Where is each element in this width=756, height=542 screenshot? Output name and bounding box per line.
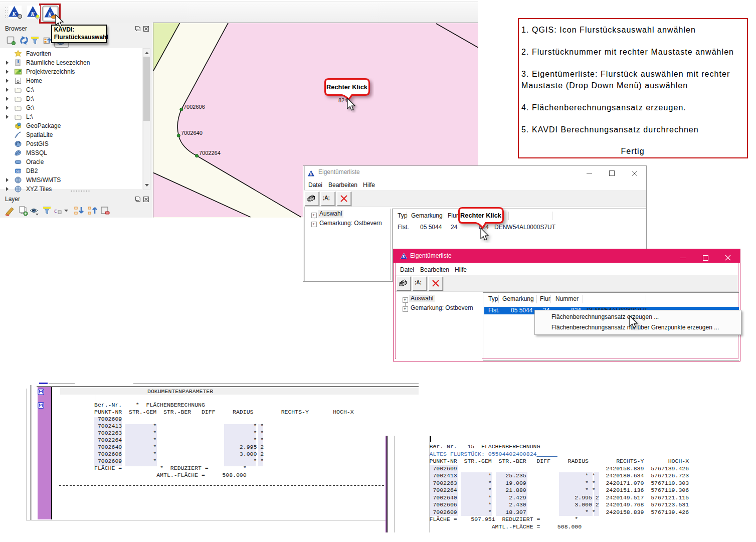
svg-text:K: K bbox=[12, 11, 17, 17]
svg-text:7002640: 7002640 bbox=[181, 130, 203, 136]
svg-text:ε: ε bbox=[54, 207, 57, 214]
svg-text:K: K bbox=[30, 11, 35, 17]
svg-text:K: K bbox=[309, 172, 312, 176]
svg-text:7002606: 7002606 bbox=[183, 104, 205, 110]
svg-text:K: K bbox=[402, 255, 405, 259]
svg-text:Rechter Klick: Rechter Klick bbox=[326, 83, 368, 91]
svg-text:Rechter Klick: Rechter Klick bbox=[460, 212, 502, 219]
svg-text:7002264: 7002264 bbox=[199, 150, 221, 156]
svg-text:DB2: DB2 bbox=[16, 170, 21, 173]
